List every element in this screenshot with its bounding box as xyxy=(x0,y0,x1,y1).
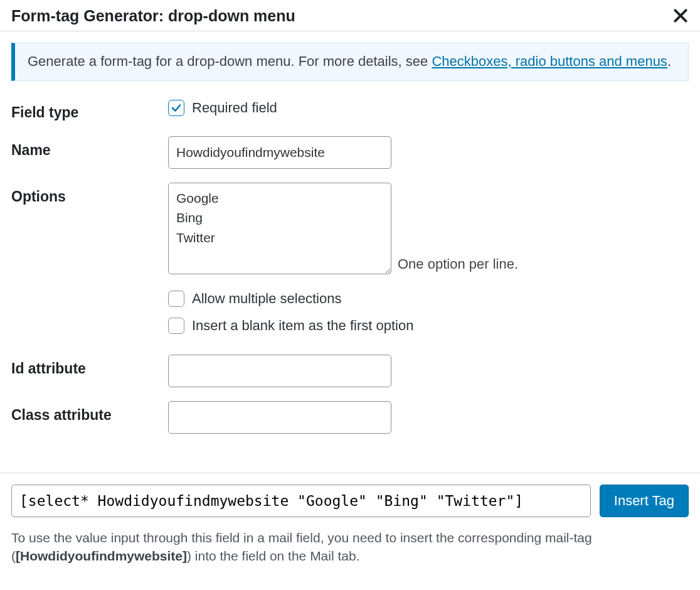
allow-multiple-option[interactable]: Allow multiple selections xyxy=(168,289,689,309)
label-field-type: Field type xyxy=(11,99,168,122)
label-id-attr: Id attribute xyxy=(11,355,168,378)
insert-blank-label: Insert a blank item as the first option xyxy=(192,316,413,336)
label-class-attr: Class attribute xyxy=(11,401,168,425)
required-label: Required field xyxy=(192,99,277,118)
row-options: Options One option per line. Allow multi… xyxy=(11,183,689,336)
allow-multiple-label: Allow multiple selections xyxy=(192,289,341,309)
dialog-header: Form-tag Generator: drop-down menu xyxy=(0,0,700,31)
options-textarea[interactable] xyxy=(168,183,391,274)
info-text: Generate a form-tag for a drop-down menu… xyxy=(28,53,432,69)
insert-tag-button[interactable]: Insert Tag xyxy=(600,485,689,517)
insert-blank-checkbox[interactable] xyxy=(168,318,184,334)
label-options: Options xyxy=(11,183,168,206)
check-icon xyxy=(171,102,182,114)
dialog-title: Form-tag Generator: drop-down menu xyxy=(11,5,295,27)
required-field-option[interactable]: Required field xyxy=(168,99,689,118)
label-name: Name xyxy=(11,136,168,160)
id-attr-input[interactable] xyxy=(168,355,391,387)
mail-note: To use the value input through this fiel… xyxy=(0,522,700,577)
info-link[interactable]: Checkboxes, radio buttons and menus xyxy=(432,53,667,69)
allow-multiple-checkbox[interactable] xyxy=(168,291,184,307)
required-checkbox[interactable] xyxy=(168,100,184,116)
row-id-attr: Id attribute xyxy=(11,355,689,387)
form-area: Field type Required field Name Options xyxy=(0,99,700,453)
mail-tag: [Howdidyoufindmywebsite] xyxy=(16,549,187,563)
row-field-type: Field type Required field xyxy=(11,99,689,122)
insert-blank-option[interactable]: Insert a blank item as the first option xyxy=(168,316,689,336)
info-suffix: . xyxy=(667,53,671,69)
options-hint: One option per line. xyxy=(398,255,518,274)
tag-output[interactable] xyxy=(11,485,591,517)
row-name: Name xyxy=(11,136,689,169)
info-box: Generate a form-tag for a drop-down menu… xyxy=(11,43,689,81)
mail-note-post: ) into the field on the Mail tab. xyxy=(187,549,360,563)
close-icon[interactable] xyxy=(672,6,689,27)
row-class-attr: Class attribute xyxy=(11,401,689,434)
footer: Insert Tag xyxy=(0,473,700,522)
class-attr-input[interactable] xyxy=(168,401,391,434)
form-tag-generator-dialog: Form-tag Generator: drop-down menu Gener… xyxy=(0,0,700,576)
name-input[interactable] xyxy=(168,136,391,169)
